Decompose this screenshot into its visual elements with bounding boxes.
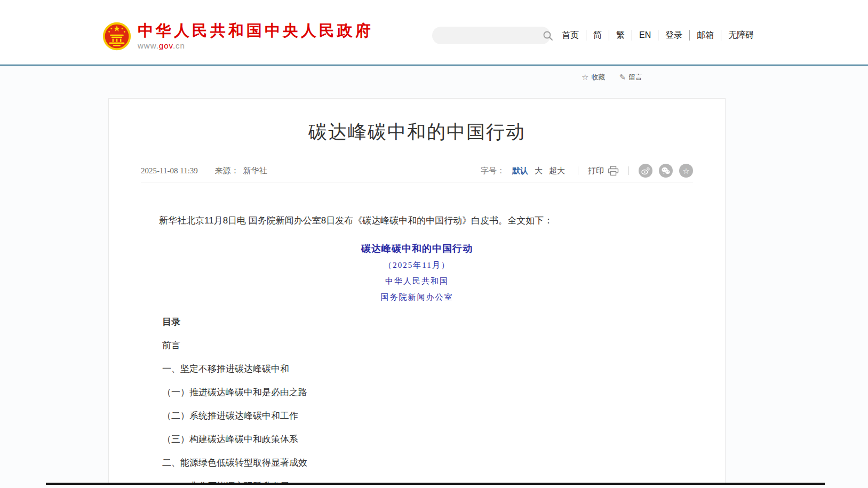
table-of-contents: 目录 前言 一、坚定不移推进碳达峰碳中和 （一）推进碳达峰碳中和是必由之路 （二… bbox=[162, 316, 693, 483]
site-url: www.gov.cn bbox=[138, 41, 373, 50]
nav-simplified[interactable]: 简 bbox=[586, 30, 609, 41]
print-label: 打印 bbox=[588, 166, 604, 176]
wechat-icon bbox=[661, 166, 671, 175]
page-title: 碳达峰碳中和的中国行动 bbox=[109, 120, 725, 143]
favorite-share-button[interactable]: ☆ bbox=[679, 164, 693, 178]
document-org-line1: 中华人民共和国 bbox=[109, 276, 725, 287]
print-button[interactable]: 打印 bbox=[588, 166, 619, 176]
favorite-button[interactable]: ☆ 收藏 bbox=[582, 73, 605, 82]
star-icon: ☆ bbox=[582, 73, 588, 82]
meta-divider bbox=[141, 182, 693, 182]
nav-traditional[interactable]: 繁 bbox=[609, 30, 632, 41]
comment-button[interactable]: ✎ 留言 bbox=[619, 73, 642, 82]
toc-item: 一、坚定不移推进碳达峰碳中和 bbox=[162, 363, 693, 375]
site-logo[interactable]: 中华人民共和国中央人民政府 www.gov.cn bbox=[102, 21, 373, 51]
article-card: 碳达峰碳中和的中国行动 2025-11-08 11:39 来源： 新华社 字号：… bbox=[108, 98, 726, 483]
wechat-share-button[interactable] bbox=[659, 164, 673, 178]
article-meta: 2025-11-08 11:39 来源： 新华社 字号： 默认 大 超大 打印 bbox=[141, 164, 693, 178]
document-org-line2: 国务院新闻办公室 bbox=[109, 292, 725, 303]
share-icons: ☆ bbox=[639, 164, 693, 178]
nav-home[interactable]: 首页 bbox=[555, 30, 586, 41]
article-meta-right: 字号： 默认 大 超大 打印 bbox=[481, 164, 693, 178]
toc-item: （一）推进碳达峰碳中和是必由之路 bbox=[162, 386, 693, 399]
nav-mail[interactable]: 邮箱 bbox=[689, 30, 721, 41]
toc-item: （二）系统推进碳达峰碳中和工作 bbox=[162, 410, 693, 422]
fontsize-default-button[interactable]: 默认 bbox=[512, 166, 528, 176]
meta-separator bbox=[628, 166, 629, 175]
fontsize-xlarge-button[interactable]: 超大 bbox=[549, 166, 565, 176]
site-title: 中华人民共和国中央人民政府 bbox=[138, 22, 373, 39]
search-icon[interactable] bbox=[543, 30, 553, 41]
nav-accessibility[interactable]: 无障碍 bbox=[721, 30, 761, 41]
bottom-edge-line bbox=[46, 483, 825, 485]
document-title: 碳达峰碳中和的中国行动 bbox=[109, 242, 725, 255]
site-header: 中华人民共和国中央人民政府 www.gov.cn 首页 简 繁 EN 登录 邮箱… bbox=[0, 0, 868, 65]
url-highlight: gov bbox=[159, 41, 173, 50]
document-date: （2025年11月） bbox=[109, 260, 725, 271]
toc-item: 前言 bbox=[162, 339, 693, 352]
favorite-label: 收藏 bbox=[591, 73, 605, 82]
fontsize-large-button[interactable]: 大 bbox=[535, 166, 543, 176]
toc-item: （三）构建碳达峰碳中和政策体系 bbox=[162, 433, 693, 446]
search-input[interactable] bbox=[432, 27, 543, 44]
national-emblem-icon bbox=[102, 21, 131, 51]
weibo-share-button[interactable] bbox=[639, 164, 652, 178]
star-share-icon: ☆ bbox=[682, 167, 689, 175]
pencil-icon: ✎ bbox=[619, 73, 626, 82]
nav-login[interactable]: 登录 bbox=[658, 30, 689, 41]
lead-paragraph: 新华社北京11月8日电 国务院新闻办公室8日发布《碳达峰碳中和的中国行动》白皮书… bbox=[141, 213, 693, 228]
url-prefix: www. bbox=[138, 41, 159, 50]
nav-english[interactable]: EN bbox=[632, 30, 658, 41]
top-navigation: 首页 简 繁 EN 登录 邮箱 无障碍 bbox=[555, 30, 761, 41]
toc-item: 二、能源绿色低碳转型取得显著成效 bbox=[162, 457, 693, 469]
fontsize-label: 字号： bbox=[481, 166, 505, 176]
page: 中华人民共和国中央人民政府 www.gov.cn 首页 简 繁 EN 登录 邮箱… bbox=[0, 0, 868, 488]
url-suffix: .cn bbox=[173, 41, 185, 50]
source-value: 新华社 bbox=[243, 166, 267, 176]
weibo-icon bbox=[641, 166, 650, 175]
source-label: 来源： bbox=[215, 166, 239, 176]
publish-date: 2025-11-08 11:39 bbox=[141, 166, 198, 175]
article-meta-left: 2025-11-08 11:39 来源： 新华社 bbox=[141, 166, 267, 176]
search-box[interactable] bbox=[432, 27, 551, 44]
article-actions: ☆ 收藏 ✎ 留言 bbox=[582, 73, 642, 82]
printer-icon bbox=[608, 166, 619, 176]
document-heading: 碳达峰碳中和的中国行动 （2025年11月） 中华人民共和国 国务院新闻办公室 bbox=[109, 242, 725, 303]
comment-label: 留言 bbox=[628, 73, 642, 82]
meta-separator bbox=[578, 166, 578, 175]
site-title-block: 中华人民共和国中央人民政府 www.gov.cn bbox=[138, 22, 373, 51]
toc-heading: 目录 bbox=[162, 316, 693, 329]
